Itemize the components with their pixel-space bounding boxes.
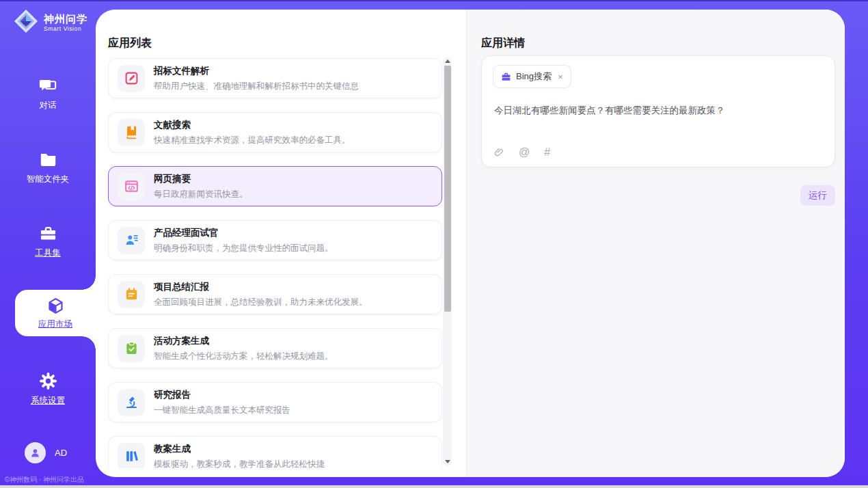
- main-content: 应用列表 招标文件解析 帮助用户快速、准确地理解和解析招标书中的关键信息 文献搜…: [96, 10, 845, 477]
- app-card[interactable]: 招标文件解析 帮助用户快速、准确地理解和解析招标书中的关键信息: [108, 58, 442, 98]
- attachment-icon[interactable]: [493, 147, 504, 158]
- app-card[interactable]: 研究报告 一键智能生成高质量长文本研究报告: [108, 382, 442, 422]
- web-icon: [124, 179, 139, 193]
- books-icon: [124, 449, 139, 463]
- folder-icon: [39, 150, 57, 169]
- toolbox-icon: [39, 224, 57, 243]
- input-toolbar: @ #: [493, 147, 550, 158]
- window-top-edge: [0, 0, 868, 1]
- brand-name: 神州问学: [44, 13, 87, 25]
- scrollbar[interactable]: [443, 57, 452, 466]
- brand-logo: 神州问学 Smart Vision: [13, 8, 87, 37]
- sidebar-item-chat[interactable]: 对话: [0, 77, 96, 111]
- app-card[interactable]: 网页摘要 每日政府新闻资讯快查。: [108, 166, 442, 206]
- book-icon: [124, 125, 139, 139]
- pen-square-icon: [124, 71, 139, 85]
- gear-icon: [39, 372, 57, 390]
- briefcase-icon: [501, 72, 511, 82]
- topic-icon[interactable]: #: [544, 147, 550, 158]
- sidebar: 神州问学 Smart Vision 对话 智能文件夹 工具集 应用市场 系统设置…: [0, 0, 96, 488]
- app-list-panel: 应用列表 招标文件解析 帮助用户快速、准确地理解和解析招标书中的关键信息 文献搜…: [96, 10, 466, 477]
- scroll-up-icon[interactable]: [445, 59, 450, 63]
- user-name: AD: [55, 448, 67, 458]
- app-card-list: 招标文件解析 帮助用户快速、准确地理解和解析招标书中的关键信息 文献搜索 快速精…: [108, 58, 442, 468]
- user-row[interactable]: AD: [25, 442, 67, 463]
- sidebar-item-smart-folder[interactable]: 智能文件夹: [0, 150, 96, 185]
- close-icon[interactable]: ×: [558, 72, 563, 81]
- window-bottom-edge: [0, 485, 868, 488]
- app-list-title: 应用列表: [108, 36, 152, 51]
- cube-icon: [46, 297, 65, 315]
- app-card[interactable]: 产品经理面试官 明确身份和职责，为您提供专业性的面试问题。: [108, 220, 442, 260]
- prompt-input-card[interactable]: Bing搜索 × 今日湖北有哪些新闻要点？有哪些需要关注的最新政策？ @ #: [481, 55, 835, 167]
- research-icon: [124, 395, 139, 409]
- interview-icon: [124, 233, 139, 247]
- scroll-down-icon[interactable]: [445, 460, 450, 463]
- clipboard-icon: [124, 341, 139, 355]
- tool-tag-bing[interactable]: Bing搜索 ×: [493, 65, 571, 88]
- app-detail-panel: 应用详情 Bing搜索 × 今日湖北有哪些新闻要点？有哪些需要关注的最新政策？ …: [466, 10, 845, 477]
- copyright-footer: ©神州数码 · 神州问学出品: [0, 475, 89, 485]
- app-window: { "brand": {"name": "神州问学", "subtitle": …: [0, 0, 868, 488]
- scrollbar-thumb[interactable]: [444, 66, 451, 312]
- brand-gem-icon: [13, 8, 39, 37]
- sidebar-item-app-market[interactable]: 应用市场: [15, 290, 96, 336]
- person-icon: [29, 447, 41, 459]
- query-text[interactable]: 今日湖北有哪些新闻要点？有哪些需要关注的最新政策？: [494, 104, 818, 118]
- run-button[interactable]: 运行: [800, 185, 835, 206]
- mention-icon[interactable]: @: [519, 147, 530, 158]
- app-card[interactable]: 活动方案生成 智能生成个性化活动方案，轻松解决规划难题。: [108, 328, 442, 368]
- avatar[interactable]: [25, 442, 46, 463]
- tool-tag-label: Bing搜索: [516, 70, 552, 83]
- app-card[interactable]: 教案生成 模板驱动，教案秒成，教学准备从此轻松快捷: [108, 436, 442, 468]
- chat-icon: [39, 77, 57, 95]
- sidebar-item-settings[interactable]: 系统设置: [0, 372, 96, 407]
- brand-subtitle: Smart Vision: [44, 25, 87, 32]
- app-detail-title: 应用详情: [481, 36, 525, 51]
- calendar-icon: [124, 287, 139, 301]
- app-card[interactable]: 文献搜索 快速精准查找学术资源，提高研究效率的必备工具。: [108, 112, 442, 152]
- sidebar-item-toolset[interactable]: 工具集: [0, 224, 96, 259]
- app-card[interactable]: 项目总结汇报 全面回顾项目进展，总结经验教训，助力未来优化发展。: [108, 274, 442, 314]
